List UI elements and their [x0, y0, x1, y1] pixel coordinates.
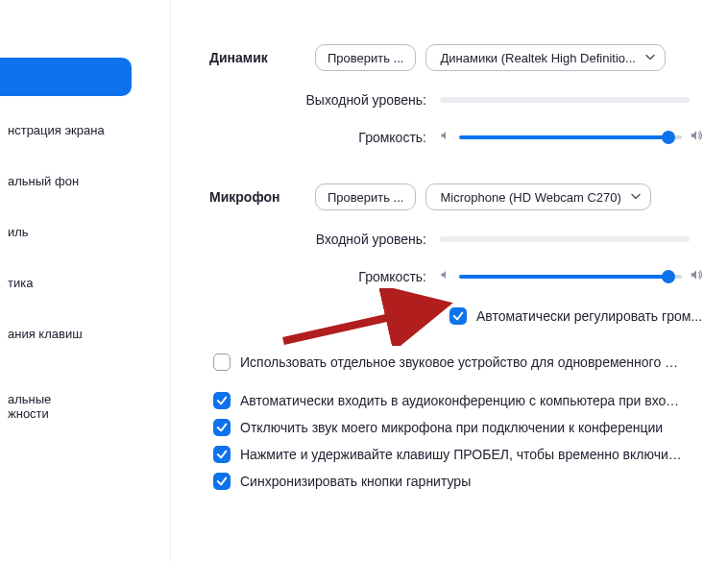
speaker-device-select[interactable]: Динамики (Realtek High Definitio...: [425, 44, 665, 71]
auto-adjust-volume-checkbox[interactable]: [449, 307, 467, 325]
microphone-device-select[interactable]: Microphone (HD Webcam C270): [425, 183, 650, 210]
microphone-volume-label: Громкость:: [209, 269, 440, 284]
mute-on-join-label: Отключить звук моего микрофона при подкл…: [240, 420, 663, 435]
sync-headset-buttons-row: Синхронизировать кнопки гарнитуры: [213, 473, 709, 490]
sidebar-item-shortcuts[interactable]: ания клавиш: [0, 317, 170, 351]
volume-high-icon: [690, 129, 703, 145]
speaker-output-level-label: Выходной уровень:: [209, 92, 440, 108]
microphone-device-label: Microphone (HD Webcam C270): [440, 190, 620, 205]
speaker-output-level-meter: [440, 97, 690, 103]
microphone-volume-slider[interactable]: [459, 270, 682, 283]
microphone-row: Микрофон Проверить ... Microphone (HD We…: [209, 183, 709, 210]
speaker-volume-label: Громкость:: [209, 130, 440, 145]
microphone-section-label: Микрофон: [209, 189, 315, 205]
auto-adjust-volume-row: Автоматически регулировать гром...: [449, 307, 709, 325]
speaker-device-label: Динамики (Realtek High Definitio...: [440, 51, 635, 65]
microphone-input-level-row: Входной уровень:: [209, 232, 709, 247]
separate-device-row: Использовать отдельное звуковое устройст…: [213, 354, 709, 371]
volume-low-icon: [440, 130, 451, 144]
separate-device-label: Использовать отдельное звуковое устройст…: [240, 354, 682, 370]
volume-high-icon: [690, 268, 703, 284]
sidebar-item-audio[interactable]: [0, 58, 132, 96]
auto-join-audio-label: Автоматически входить в аудиоконференцию…: [240, 393, 682, 408]
microphone-input-level-label: Входной уровень:: [209, 232, 440, 247]
speaker-volume-slider[interactable]: [459, 131, 682, 144]
speaker-row: Динамик Проверить ... Динамики (Realtek …: [209, 44, 709, 71]
sidebar-item-virtual-bg[interactable]: альный фон: [0, 164, 170, 198]
microphone-test-button[interactable]: Проверить ...: [315, 183, 416, 210]
separate-device-checkbox[interactable]: [213, 354, 231, 371]
microphone-volume-row: Громкость:: [209, 268, 709, 284]
hold-space-unmute-row: Нажмите и удерживайте клавишу ПРОБЕЛ, чт…: [213, 446, 709, 463]
slider-thumb[interactable]: [662, 131, 675, 144]
settings-main: Динамик Проверить ... Динамики (Realtek …: [171, 0, 728, 562]
hold-space-unmute-checkbox[interactable]: [213, 446, 231, 463]
hold-space-unmute-label: Нажмите и удерживайте клавишу ПРОБЕЛ, чт…: [240, 447, 682, 462]
slider-thumb[interactable]: [662, 270, 675, 283]
sidebar-item-screen-share[interactable]: нстрация экрана: [0, 113, 170, 147]
speaker-volume-row: Громкость:: [209, 129, 709, 145]
mute-on-join-row: Отключить звук моего микрофона при подкл…: [213, 419, 709, 436]
speaker-output-level-row: Выходной уровень:: [209, 92, 709, 108]
sidebar-item-accessibility[interactable]: альные жности: [0, 368, 170, 430]
speaker-test-button[interactable]: Проверить ...: [315, 44, 416, 71]
auto-adjust-volume-label: Автоматически регулировать гром...: [476, 308, 702, 324]
speaker-section-label: Динамик: [209, 50, 315, 65]
auto-join-audio-checkbox[interactable]: [213, 392, 231, 409]
sync-headset-buttons-label: Синхронизировать кнопки гарнитуры: [240, 474, 471, 489]
volume-low-icon: [440, 269, 451, 283]
sidebar-item-profile[interactable]: иль: [0, 215, 170, 249]
settings-sidebar: нстрация экрана альный фон иль тика ания…: [0, 0, 171, 562]
sync-headset-buttons-checkbox[interactable]: [213, 473, 231, 490]
mute-on-join-checkbox[interactable]: [213, 419, 231, 436]
chevron-down-icon: [645, 51, 655, 65]
microphone-input-level-meter: [440, 236, 690, 242]
sidebar-item-statistics[interactable]: тика: [0, 266, 170, 300]
audio-options-list: Использовать отдельное звуковое устройст…: [209, 354, 709, 490]
chevron-down-icon: [631, 190, 641, 205]
auto-join-audio-row: Автоматически входить в аудиоконференцию…: [213, 392, 709, 409]
